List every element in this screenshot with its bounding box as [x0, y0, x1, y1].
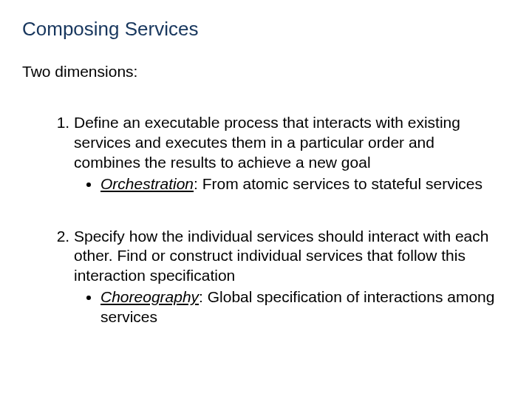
- intro-text: Two dimensions:: [22, 63, 510, 81]
- list-item: Specify how the individual services shou…: [74, 227, 510, 327]
- sub-list-item: Orchestration: From atomic services to s…: [100, 174, 495, 194]
- sub-list: Orchestration: From atomic services to s…: [74, 174, 495, 194]
- slide-title: Composing Services: [22, 18, 510, 41]
- term: Orchestration: [100, 175, 194, 192]
- item-text: Define an executable process that intera…: [74, 114, 460, 171]
- term-rest: : From atomic services to stateful servi…: [194, 175, 482, 192]
- numbered-list: Define an executable process that intera…: [22, 113, 510, 327]
- slide: Composing Services Two dimensions: Defin…: [0, 0, 532, 399]
- list-item: Define an executable process that intera…: [74, 113, 510, 194]
- sub-list: Choreography: Global specification of in…: [74, 287, 495, 327]
- term: Choreography: [100, 288, 199, 305]
- item-text: Specify how the individual services shou…: [74, 228, 488, 284]
- sub-list-item: Choreography: Global specification of in…: [100, 287, 495, 327]
